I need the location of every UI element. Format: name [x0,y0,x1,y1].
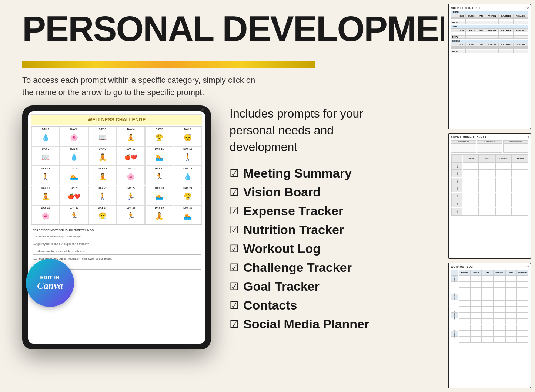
canva-logo: Canva [37,280,63,291]
challenge-day-17: DAY 17🏃 [145,166,173,185]
wl-mon-d-1 [494,276,505,282]
feature-label-vision-board: Vision Board [243,185,321,199]
wl-thu-d-2 [494,337,505,343]
challenge-day-18: DAY 18💧 [174,166,202,185]
wl-wed-t-3 [482,325,494,331]
challenge-day-10: DAY 10🍎❤️ [117,146,145,166]
subtitle-line2: the name or the arrow to go to the speci… [22,88,204,97]
lunch-label: LUNCH [451,11,528,14]
wl-col-time: TIME [482,270,494,276]
wl-tue-t-2 [482,300,494,306]
wl-wed-act-2 [459,318,470,324]
wl-thu-d-1 [494,331,505,337]
feature-list: ☑ Meeting Summary ☑ Vision Board ☑ Expen… [230,166,481,331]
wl-mon-act-2 [459,282,470,288]
target-reach-box [451,143,476,153]
tablet-screen: WELLNESS CHALLENGE DAY 1💧 DAY 2🌸 DAY 3📖 … [28,111,205,344]
sp-col-carousel: CAROUSEL [512,155,528,162]
note-line-3: ...led amount for water intake challenge [33,248,201,255]
wl-mon-act-3 [459,288,470,294]
sp-fri-carousel [512,193,528,200]
wl-mon-t-1 [482,276,494,282]
wl-wed-c-2 [517,318,528,324]
sp-fri-live [495,193,512,200]
sp-sat-stories [463,200,479,207]
wl-mon-s-1 [505,276,517,282]
impressions-label: IMPRESSIONS [477,140,502,143]
feature-label-contacts: Contacts [243,298,297,312]
wl-mon-c-2 [517,282,528,288]
challenge-day-29: DAY 29🧘 [145,205,173,224]
tablet-frame: WELLNESS CHALLENGE DAY 1💧 DAY 2🌸 DAY 3📖 … [22,105,211,349]
sp-sat-live [495,200,512,207]
challenge-day-19: DAY 19🧘 [31,186,60,205]
wl-wed-d-1 [494,312,505,318]
challenge-grid: DAY 1💧 DAY 2🌸 DAY 3📖 DAY 4🧘 DAY 5😤 DAY 6… [31,126,202,225]
wl-mon-s-2 [505,282,517,288]
sp-tue-reels [479,170,495,177]
wl-col-distance: DISTANCE [494,270,505,276]
wl-thu-c-2 [517,337,528,343]
canva-badge: EDIT IN Canva [26,259,74,307]
preview-card-social-media: ⊙ SOCIAL MEDIA PLANNER TARGET REACH IMPR… [448,133,531,259]
impressions-box [477,143,502,153]
snacks-table: SIZE CARBS FATS PROTEIN CALORIES REMARKS… [451,43,528,53]
wl-tue-d-3 [494,306,505,312]
wl-thu-act-2 [459,337,470,343]
wl-thu-w-2 [470,337,482,343]
sp-col-stories: STORIES [463,155,479,162]
sp-row-sun: SUN [451,208,462,215]
wl-tue-act-2 [459,300,470,306]
challenge-day-5: DAY 5😤 [145,127,173,146]
check-icon-social-media-planner: ☑ [230,318,239,330]
nutrition-card-title: NUTRITION TRACKER [451,7,528,9]
workout-log-grid: ACTIVITY WEIGHT TIME DISTANCE SETS COMME… [451,270,528,343]
sp-sat-reels [479,200,495,207]
wl-wed-s-1 [505,312,517,318]
check-icon-nutrition-tracker: ☑ [230,224,239,236]
sp-mon-carousel [512,162,528,170]
check-icon-contacts: ☑ [230,299,239,311]
sp-sun-live [495,208,512,215]
sp-mon-live [495,162,512,170]
sp-row-thu: THU [451,185,462,192]
wl-wed-t-1 [482,312,494,318]
wl-wed-w-3 [470,325,482,331]
lunch-table: SIZE CARBS FATS PROTEIN CALORIES REMARKS… [451,14,528,24]
wl-wed-d-3 [494,325,505,331]
target-reach-col: TARGET REACH [451,140,476,153]
sp-sun-reels [479,208,495,215]
wl-col-comments: COMMENTS [517,270,528,276]
challenge-day-24: DAY 24😤 [174,186,202,205]
challenge-day-16: DAY 16🌸 [117,166,145,185]
feature-item-vision-board: ☑ Vision Board [230,185,481,199]
includes-description: Includes prompts for yourpersonal needs … [230,105,481,155]
wl-tue-d-2 [494,300,505,306]
sp-sun-stories [463,208,479,215]
wl-thu-s-2 [505,337,517,343]
target-reach-section: TARGET REACH IMPRESSIONS PROFILE CLICKS [451,140,528,153]
wl-col-activity: ACTIVITY [459,270,470,276]
wl-mon-c-3 [517,288,528,294]
feature-item-social-media-planner: ☑ Social Media Planner [230,317,481,331]
wl-header-empty [451,270,458,276]
check-icon-expense-tracker: ☑ [230,205,239,217]
wl-row-thursday: THURSDAY [451,331,458,337]
sp-wed-reels [479,178,495,185]
wl-mon-w-2 [470,282,482,288]
feature-label-nutrition-tracker: Nutrition Tracker [243,223,344,237]
sp-thu-live [495,185,512,192]
sp-sat-carousel [512,200,528,207]
check-icon-workout-log: ☑ [230,243,239,255]
sp-row-mon: MON [451,162,462,170]
wl-thu-c-1 [517,331,528,337]
wl-wed-act-3 [459,325,470,331]
sp-tue-carousel [512,170,528,177]
wl-tue-s-2 [505,300,517,306]
wl-wed-s-2 [505,318,517,324]
challenge-day-11: DAY 11🏊 [145,146,173,166]
wl-wed-w-1 [470,312,482,318]
feature-label-social-media-planner: Social Media Planner [243,317,369,331]
sp-fri-stories [463,193,479,200]
challenge-day-22: DAY 22🏃 [117,186,145,205]
